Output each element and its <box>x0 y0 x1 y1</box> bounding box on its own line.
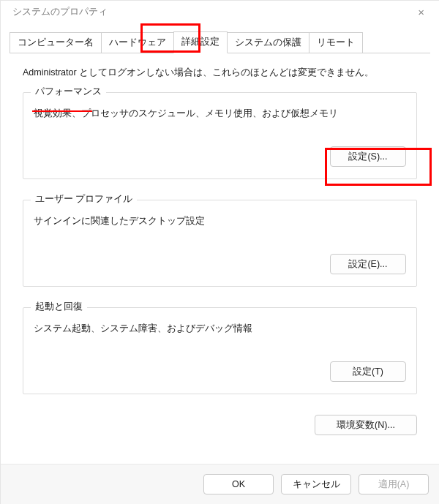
startup-recovery-settings-button[interactable]: 設定(T) <box>330 361 406 382</box>
desc-startup-recovery: システム起動、システム障害、およびデバッグ情報 <box>34 323 406 335</box>
group-startup-recovery: 起動と回復 システム起動、システム障害、およびデバッグ情報 設定(T) <box>23 307 417 394</box>
cancel-button[interactable]: キャンセル <box>281 474 351 494</box>
ok-button[interactable]: OK <box>203 474 274 494</box>
group-performance: パフォーマンス 視覚効果、プロセッサのスケジュール、メモリ使用、および仮想メモリ… <box>23 92 417 179</box>
close-icon[interactable]: × <box>415 5 427 19</box>
environment-variables-button[interactable]: 環境変数(N)... <box>315 415 417 435</box>
desc-user-profiles: サインインに関連したデスクトップ設定 <box>34 215 406 227</box>
legend-startup-recovery: 起動と回復 <box>31 301 87 313</box>
legend-performance: パフォーマンス <box>31 86 106 98</box>
tabpanel-advanced: Administrator としてログオンしない場合は、これらのほとんどは変更で… <box>10 53 430 454</box>
desc-performance: 視覚効果、プロセッサのスケジュール、メモリ使用、および仮想メモリ <box>34 108 406 120</box>
apply-button[interactable]: 適用(A) <box>359 474 429 494</box>
user-profiles-settings-button[interactable]: 設定(E)... <box>330 254 406 274</box>
group-user-profiles: ユーザー プロファイル サインインに関連したデスクトップ設定 設定(E)... <box>23 200 417 287</box>
tab-hardware[interactable]: ハードウェア <box>101 32 174 53</box>
admin-note: Administrator としてログオンしない場合は、これらのほとんどは変更で… <box>23 67 417 79</box>
tabstrip: コンピューター名 ハードウェア 詳細設定 システムの保護 リモート <box>10 31 430 53</box>
tab-computer-name[interactable]: コンピューター名 <box>10 32 102 53</box>
titlebar: システムのプロパティ × <box>1 1 439 23</box>
performance-settings-button[interactable]: 設定(S)... <box>330 146 406 167</box>
window-title: システムのプロパティ <box>12 6 108 18</box>
tab-remote[interactable]: リモート <box>309 32 363 53</box>
system-properties-dialog: システムのプロパティ × コンピューター名 ハードウェア 詳細設定 システムの保… <box>0 0 439 504</box>
tab-system-protection[interactable]: システムの保護 <box>227 32 309 53</box>
legend-user-profiles: ユーザー プロファイル <box>31 193 137 206</box>
dialog-buttons: OK キャンセル 適用(A) <box>1 464 439 504</box>
environment-variables-row: 環境変数(N)... <box>23 415 417 435</box>
tab-advanced[interactable]: 詳細設定 <box>173 31 228 53</box>
